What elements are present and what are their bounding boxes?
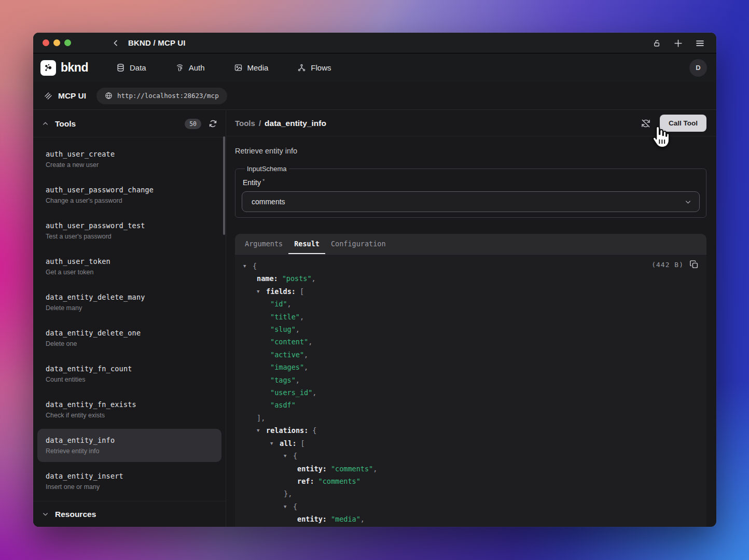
json-token: ,	[360, 515, 365, 523]
tool-description: Check if entity exists	[46, 411, 213, 420]
required-asterisk: *	[262, 178, 265, 184]
nav-label: Flows	[311, 63, 331, 72]
nav-label: Media	[247, 63, 269, 72]
sidebar-item-auth_user_create[interactable]: auth_user_createCreate a new user	[37, 143, 221, 176]
lock-open-icon[interactable]	[653, 39, 661, 48]
main-nav: bknd Data Auth Media	[33, 53, 716, 82]
tool-description: Retrieve entity info	[46, 447, 213, 456]
mcp-toolbar: MCP UI http://localhost:28623/mcp	[33, 82, 716, 110]
sidebar-item-data_entity_fn_exists[interactable]: data_entity_fn_existsCheck if entity exi…	[37, 393, 221, 426]
json-token: "active"	[270, 351, 304, 359]
resources-section-header[interactable]: Resources	[33, 501, 226, 527]
sidebar-item-auth_user_token[interactable]: auth_user_tokenGet a user token	[37, 250, 221, 283]
menu-icon[interactable]	[695, 38, 705, 48]
nav-item-data[interactable]: Data	[116, 63, 146, 72]
json-line: ],	[235, 412, 706, 424]
cursor-pointer	[647, 124, 671, 150]
json-line: "id",	[235, 298, 706, 310]
json-token: "posts"	[282, 274, 312, 283]
json-token: {	[312, 426, 316, 435]
new-tab-icon[interactable]	[673, 38, 683, 48]
tool-description: Test a user's password	[46, 232, 213, 241]
chevron-down-icon	[41, 510, 49, 518]
tab-result[interactable]: Result	[288, 234, 325, 254]
user-avatar[interactable]: D	[689, 59, 707, 77]
json-token: "asdf"	[270, 401, 296, 409]
nav-label: Auth	[189, 63, 205, 72]
tab-configuration[interactable]: Configuration	[325, 234, 392, 254]
server-url-pill[interactable]: http://localhost:28623/mcp	[96, 88, 227, 104]
breadcrumb-tools[interactable]: Tools	[235, 119, 255, 128]
json-line: "asdf"	[235, 399, 706, 411]
tab-arguments[interactable]: Arguments	[239, 234, 288, 254]
tool-detail-panel: Tools / data_entity_info Call Tool Retri…	[226, 110, 716, 527]
minimize-button[interactable]	[53, 39, 60, 46]
app-window: BKND / MCP UI bknd Data	[33, 33, 716, 527]
collapse-arrow-icon[interactable]: ▼	[257, 424, 266, 437]
breadcrumb-current: data_entity_info	[265, 119, 326, 128]
json-token: ref:	[297, 477, 314, 485]
tool-name: data_entity_delete_many	[46, 292, 213, 302]
brand-name: bknd	[61, 61, 88, 75]
tool-description: Delete one	[46, 340, 213, 348]
json-token: "media"	[331, 515, 360, 523]
nav-item-flows[interactable]: Flows	[297, 63, 331, 72]
sidebar-item-data_entity_insert[interactable]: data_entity_insertInsert one or many	[37, 465, 221, 498]
sidebar-item-auth_user_password_test[interactable]: auth_user_password_testTest a user's pas…	[37, 214, 221, 247]
image-icon	[234, 63, 243, 72]
tools-section-header[interactable]: Tools 50	[33, 110, 226, 137]
json-line: ▼{	[235, 450, 706, 462]
json-line: name:"posts",	[235, 272, 706, 285]
json-token: ,	[296, 376, 300, 384]
sidebar-scrollbar[interactable]	[223, 136, 225, 235]
collapse-arrow-icon[interactable]: ▼	[243, 260, 253, 272]
tools-sidebar: Tools 50 auth_user_createCreate a new us…	[33, 110, 226, 527]
sidebar-item-data_entity_fn_count[interactable]: data_entity_fn_countCount entities	[37, 357, 221, 390]
json-token: "comments"	[331, 465, 373, 473]
nav-item-media[interactable]: Media	[234, 63, 269, 72]
zoom-button[interactable]	[64, 39, 71, 46]
json-line: "users_id",	[235, 386, 706, 399]
json-token: "slug"	[270, 325, 296, 333]
json-token: ,	[296, 325, 300, 333]
refresh-icon[interactable]	[209, 119, 217, 128]
sidebar-item-data_entity_delete_many[interactable]: data_entity_delete_manyDelete many	[37, 286, 221, 319]
tool-name: auth_user_password_change	[46, 185, 213, 195]
server-url: http://localhost:28623/mcp	[117, 92, 219, 100]
entity-select-value: comments	[252, 198, 285, 206]
collapse-arrow-icon[interactable]: ▼	[270, 437, 280, 450]
section-title: MCP UI	[58, 91, 86, 101]
json-token: relations:	[266, 426, 308, 435]
entity-select[interactable]: comments	[242, 191, 700, 212]
close-button[interactable]	[43, 39, 49, 46]
json-token: "id"	[270, 300, 287, 308]
json-token: ,	[304, 351, 308, 359]
chevron-up-icon	[41, 120, 49, 128]
tab-bar: ArgumentsResultConfiguration	[235, 234, 706, 255]
chevron-down-icon	[684, 198, 692, 206]
back-button[interactable]	[112, 39, 120, 47]
nav-item-auth[interactable]: Auth	[175, 63, 205, 72]
collapse-arrow-icon[interactable]: ▼	[284, 450, 293, 462]
copy-icon[interactable]	[689, 260, 699, 269]
json-token: "content"	[270, 338, 308, 346]
tool-description: Create a new user	[46, 161, 213, 170]
input-schema-fieldset: InputSchema Entity* comments	[235, 165, 706, 218]
json-token: ],	[257, 414, 265, 422]
sidebar-item-auth_user_password_change[interactable]: auth_user_password_changeChange a user's…	[37, 178, 221, 212]
tool-description: Retrieve entity info	[235, 147, 297, 155]
json-line: ref:"comments"	[235, 475, 706, 487]
brand[interactable]: bknd	[40, 60, 88, 76]
result-card: ArgumentsResultConfiguration (442 B) ▼{n…	[235, 234, 706, 527]
json-line: "content",	[235, 335, 706, 348]
json-tree: ▼{name:"posts",▼fields:["id","title","sl…	[235, 260, 706, 527]
json-line: entity:"media",	[235, 513, 706, 525]
collapse-arrow-icon[interactable]: ▼	[257, 285, 266, 298]
json-token: fields:	[266, 287, 296, 296]
json-token: ,	[304, 363, 308, 371]
fingerprint-icon	[175, 63, 184, 72]
sidebar-item-data_entity_info[interactable]: data_entity_infoRetrieve entity info	[37, 429, 221, 462]
collapse-arrow-icon[interactable]: ▼	[284, 500, 293, 513]
sidebar-item-data_entity_delete_one[interactable]: data_entity_delete_oneDelete one	[37, 321, 221, 355]
result-body: (442 B) ▼{name:"posts",▼fields:["id","ti…	[235, 255, 706, 527]
